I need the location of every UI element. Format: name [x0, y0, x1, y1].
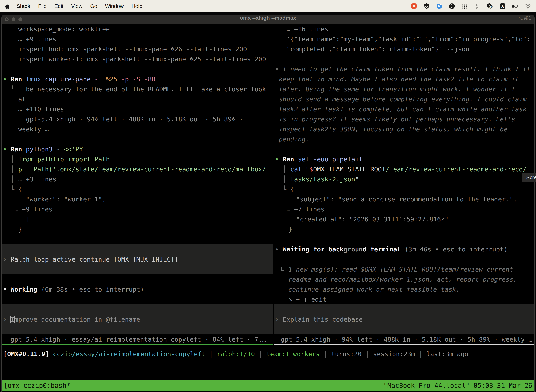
text-segment: %25 — [106, 75, 121, 83]
terminal-line: workspace_mode: worktree — [2, 24, 273, 34]
text-segment: " — [355, 176, 359, 183]
terminal-line: … +9 lines — [2, 204, 273, 214]
thinking-text: should send a message before completing … — [274, 94, 535, 104]
hook-icon[interactable] — [474, 3, 481, 10]
text-segment: task2 after task1 is complete, but can I… — [279, 106, 527, 113]
tmux-session-window[interactable]: [omx-cczip0:bash* — [4, 382, 70, 389]
speed-bolt-icon[interactable] — [436, 3, 443, 10]
terminal-line: … +9 lines — [2, 34, 273, 44]
active-app-menu[interactable]: Slack — [17, 3, 30, 9]
edit-hint: ⌥ + ↑ edit — [274, 294, 535, 304]
text-segment: -S — [133, 75, 144, 83]
text-segment: | — [255, 350, 266, 358]
text-segment: "worker": "worker-1", — [26, 196, 106, 203]
text-segment: " — [306, 166, 309, 173]
window-controls — [5, 17, 22, 21]
text-segment: (3m 46s • esc to interrupt) — [401, 246, 507, 253]
text-segment: • — [275, 156, 282, 163]
battery-charging-icon[interactable] — [512, 3, 519, 10]
pane-divider[interactable] — [273, 24, 273, 344]
chat-app-icon[interactable] — [411, 3, 417, 10]
text-segment: from pathlib import Path — [18, 156, 110, 163]
close-button[interactable] — [5, 17, 9, 21]
terminal-line: "subject": "send a concise recommendatio… — [274, 194, 535, 204]
text-segment: { — [18, 186, 22, 193]
terminal-line: └ { — [274, 184, 535, 194]
mailbox-message: ↳ 1 new msg(s): read $OMX_TEAM_STATE_ROO… — [274, 264, 535, 274]
battery-percent-badge-icon[interactable]: ..61 — [486, 3, 493, 10]
zoom-button[interactable] — [19, 17, 22, 21]
thinking-text: • I need to get the claim token from the… — [274, 64, 535, 74]
text-segment: -t — [94, 75, 106, 83]
minimize-button[interactable] — [12, 17, 15, 21]
text-segment: session:23m — [373, 350, 415, 358]
terminal-line: "completed","claim_token":"claim-token"}… — [274, 44, 535, 54]
terminal-window: omx --xhigh --madmax ⌥⌘1 workspace_mode:… — [1, 15, 535, 392]
tmux-pane-right[interactable]: … +16 lines'{"team_name":"my-team","task… — [274, 24, 535, 344]
composer-input[interactable]: › Explain this codebase — [274, 314, 535, 324]
injected-prompt-line[interactable]: › Ralph loop active continue [OMX_TMUX_I… — [2, 254, 273, 264]
prompt-band-row — [274, 304, 535, 314]
session-stats-line: gpt-5.4 xhigh · essay/ai-reimplementatio… — [2, 334, 273, 344]
wifi-icon[interactable] — [524, 3, 531, 10]
terminal-line — [2, 134, 273, 144]
terminal-line: … +16 lines — [274, 24, 535, 34]
keyboard-a-icon[interactable]: A — [499, 3, 506, 10]
thinking-text: task2 after task1 is complete, but can I… — [274, 104, 535, 114]
text-segment: Waiting for back — [282, 246, 344, 253]
tmux-status-bar: [omx-cczip0:bash* "MacBook-Pro-44.local"… — [2, 380, 534, 391]
text-segment: │ — [282, 176, 290, 183]
text-segment: at — [18, 96, 26, 103]
text-segment: team:1 workers — [266, 350, 320, 358]
apple-menu-icon[interactable] — [5, 3, 10, 9]
prompt-band-row — [2, 304, 273, 314]
text-segment: '{"team_name":"my-team","task_id":"1","f… — [287, 36, 530, 43]
text-segment: │ — [282, 166, 290, 173]
text-segment: gpt-5.4 xhigh · essay/ai-reimplementatio… — [10, 336, 266, 343]
prompt-band-row — [2, 324, 273, 334]
text-segment: set — [298, 156, 313, 163]
shield-grid-icon[interactable] — [423, 3, 430, 10]
composer-input[interactable]: › Improve documentation in @filename — [2, 314, 273, 324]
text-segment: • — [275, 246, 282, 253]
menu-item-window[interactable]: Window — [105, 3, 124, 9]
omx-status-line: [OMX#0.11.9] cczip/essay/ai-reimplementa… — [2, 349, 534, 359]
window-shortcut-hint: ⌥⌘1 — [517, 15, 531, 21]
terminal-line: … +110 lines — [2, 104, 273, 114]
dots-grid-icon[interactable] — [461, 3, 468, 10]
text-segment: Ralph loop active continue [OMX_TMUX_INJ… — [10, 256, 178, 263]
terminal-line: } — [274, 224, 535, 234]
menu-item-edit[interactable]: Edit — [54, 3, 63, 9]
menu-item-go[interactable]: Go — [90, 3, 97, 9]
terminal-line — [2, 64, 273, 74]
moon-circle-icon[interactable] — [448, 3, 455, 10]
text-segment: | — [362, 350, 373, 358]
text-segment: -80 — [144, 75, 155, 83]
text-segment: mprove documentation in @filename — [14, 316, 140, 323]
text-segment: later. Using the same for transition mig… — [279, 85, 515, 93]
text-segment: continue assigned work or next feasible … — [288, 286, 460, 293]
text-segment: keep that in mind. Maybe I also need the… — [279, 75, 519, 83]
text-segment: be necessary for the end of the README. … — [26, 85, 266, 93]
tmux-pane-left[interactable]: workspace_mode: worktree… +9 linesinspec… — [2, 24, 273, 344]
terminal-line: "created_at": "2026-03-31T11:59:27.816Z" — [274, 214, 535, 224]
text-segment: │ — [10, 166, 18, 173]
menu-item-view[interactable]: View — [71, 3, 82, 9]
battery-percent-text: ..61 — [489, 6, 492, 8]
terminal-line: inspect_hud: omx sparkshell --tmux-pane … — [2, 44, 273, 54]
text-segment: | — [415, 350, 426, 358]
terminal-line — [2, 294, 273, 304]
text-segment: ⌥ + ↑ edit — [288, 296, 326, 303]
window-titlebar[interactable]: omx --xhigh --madmax ⌥⌘1 — [2, 15, 534, 24]
menu-item-help[interactable]: Help — [132, 3, 143, 9]
terminal-line — [2, 274, 273, 284]
terminal-line — [2, 234, 273, 244]
text-segment: └ — [10, 186, 18, 193]
text-segment: { — [290, 186, 294, 193]
text-segment: "completed","claim_token":"claim-token"}… — [287, 46, 469, 53]
terminal-line: } — [2, 224, 273, 234]
text-segment: • — [275, 65, 282, 73]
menu-item-file[interactable]: File — [38, 3, 46, 9]
text-segment: • — [3, 146, 10, 153]
text-segment: p = Path('.omx/state/team/review-current… — [18, 166, 266, 173]
